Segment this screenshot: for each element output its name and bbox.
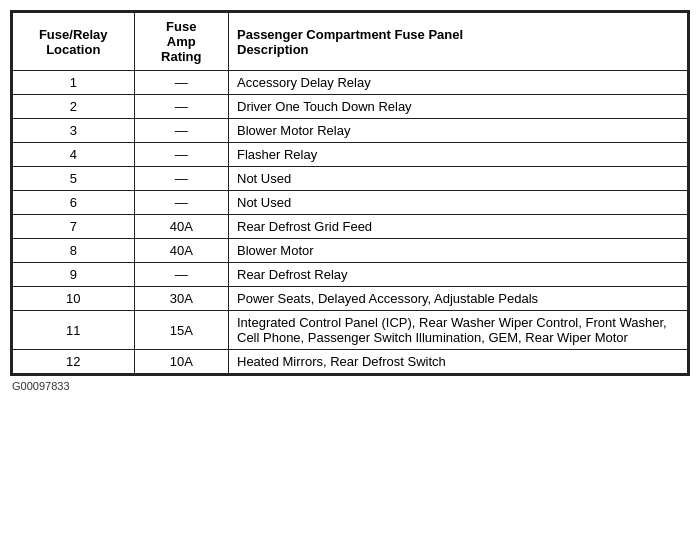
cell-description: Power Seats, Delayed Accessory, Adjustab… <box>229 287 688 311</box>
cell-description: Heated Mirrors, Rear Defrost Switch <box>229 350 688 374</box>
cell-location: 10 <box>13 287 135 311</box>
cell-description: Driver One Touch Down Relay <box>229 95 688 119</box>
fuse-panel-table: Fuse/RelayLocation FuseAmpRating Passeng… <box>12 12 688 374</box>
cell-amp-rating: 15A <box>134 311 229 350</box>
cell-location: 2 <box>13 95 135 119</box>
cell-amp-rating: 40A <box>134 239 229 263</box>
cell-description: Accessory Delay Relay <box>229 71 688 95</box>
cell-location: 12 <box>13 350 135 374</box>
cell-location: 1 <box>13 71 135 95</box>
cell-description: Flasher Relay <box>229 143 688 167</box>
table-row: 5—Not Used <box>13 167 688 191</box>
document-id: G00097833 <box>10 380 690 392</box>
cell-amp-rating: — <box>134 263 229 287</box>
table-row: 740ARear Defrost Grid Feed <box>13 215 688 239</box>
table-row: 1115AIntegrated Control Panel (ICP), Rea… <box>13 311 688 350</box>
header-amp-rating: FuseAmpRating <box>134 13 229 71</box>
cell-amp-rating: — <box>134 143 229 167</box>
cell-location: 9 <box>13 263 135 287</box>
cell-location: 4 <box>13 143 135 167</box>
cell-location: 11 <box>13 311 135 350</box>
table-row: 9—Rear Defrost Relay <box>13 263 688 287</box>
cell-amp-rating: — <box>134 71 229 95</box>
table-row: 1030APower Seats, Delayed Accessory, Adj… <box>13 287 688 311</box>
cell-description: Integrated Control Panel (ICP), Rear Was… <box>229 311 688 350</box>
cell-description: Rear Defrost Relay <box>229 263 688 287</box>
cell-amp-rating: 30A <box>134 287 229 311</box>
cell-location: 6 <box>13 191 135 215</box>
table-row: 1—Accessory Delay Relay <box>13 71 688 95</box>
table-row: 6—Not Used <box>13 191 688 215</box>
cell-description: Blower Motor <box>229 239 688 263</box>
cell-amp-rating: — <box>134 167 229 191</box>
cell-amp-rating: — <box>134 95 229 119</box>
header-description: Passenger Compartment Fuse PanelDescript… <box>229 13 688 71</box>
cell-amp-rating: 40A <box>134 215 229 239</box>
cell-description: Rear Defrost Grid Feed <box>229 215 688 239</box>
cell-amp-rating: — <box>134 191 229 215</box>
cell-description: Blower Motor Relay <box>229 119 688 143</box>
cell-location: 3 <box>13 119 135 143</box>
table-row: 840ABlower Motor <box>13 239 688 263</box>
table-row: 3—Blower Motor Relay <box>13 119 688 143</box>
header-location: Fuse/RelayLocation <box>13 13 135 71</box>
table-row: 1210AHeated Mirrors, Rear Defrost Switch <box>13 350 688 374</box>
cell-amp-rating: — <box>134 119 229 143</box>
fuse-panel-table-wrapper: Fuse/RelayLocation FuseAmpRating Passeng… <box>10 10 690 376</box>
cell-amp-rating: 10A <box>134 350 229 374</box>
cell-location: 8 <box>13 239 135 263</box>
cell-location: 7 <box>13 215 135 239</box>
cell-location: 5 <box>13 167 135 191</box>
table-row: 2—Driver One Touch Down Relay <box>13 95 688 119</box>
cell-description: Not Used <box>229 167 688 191</box>
cell-description: Not Used <box>229 191 688 215</box>
table-row: 4—Flasher Relay <box>13 143 688 167</box>
